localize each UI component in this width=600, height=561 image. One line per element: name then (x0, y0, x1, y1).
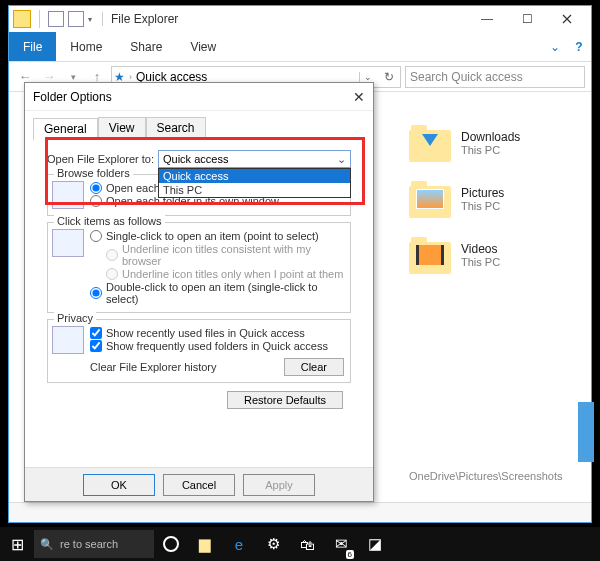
open-to-dropdown: Quick access This PC (158, 168, 351, 198)
start-button[interactable]: ⊞ (0, 535, 34, 554)
statusbar (9, 502, 591, 522)
check-frequent-folders[interactable]: Show frequently used folders in Quick ac… (90, 340, 344, 352)
browse-folders-icon (52, 181, 84, 209)
folder-options-dialog: Folder Options ✕ General View Search Ope… (24, 82, 374, 502)
pictures-thumb-icon (416, 189, 444, 209)
tab-share[interactable]: Share (116, 32, 176, 61)
dlg-tab-general[interactable]: General (33, 118, 98, 140)
videos-thumb-icon (416, 245, 444, 265)
click-legend: Click items as follows (54, 215, 165, 227)
dropdown-option[interactable]: Quick access (159, 169, 350, 183)
chevron-down-icon: ⌄ (337, 153, 346, 166)
ok-button[interactable]: OK (83, 474, 155, 496)
help-icon[interactable]: ? (567, 40, 591, 54)
apply-button: Apply (243, 474, 315, 496)
taskbar-search[interactable]: 🔍 re to search (34, 530, 154, 558)
open-to-combo[interactable]: Quick access ⌄ Quick access This PC (158, 150, 351, 168)
mail-icon[interactable]: ✉6 (324, 527, 358, 561)
refresh-icon[interactable]: ↻ (380, 70, 398, 84)
maximize-button[interactable]: ☐ (507, 6, 547, 32)
right-edge-arrow-icon (578, 402, 594, 462)
dialog-title: Folder Options (33, 90, 112, 104)
browse-legend: Browse folders (54, 167, 133, 179)
list-item[interactable]: DownloadsThis PC (409, 124, 581, 162)
taskbar: ⊞ 🔍 re to search ▆ e ⚙ 🛍 ✉6 ◪ (0, 527, 600, 561)
titlebar: ▾ File Explorer — ☐ (9, 6, 591, 32)
close-button[interactable] (547, 6, 587, 32)
tab-home[interactable]: Home (56, 32, 116, 61)
cancel-button[interactable]: Cancel (163, 474, 235, 496)
radio-underline-point: Underline icon titles only when I point … (106, 268, 344, 280)
clear-button[interactable]: Clear (284, 358, 344, 376)
open-to-label: Open File Explorer to: (47, 153, 154, 165)
check-recent-files[interactable]: Show recently used files in Quick access (90, 327, 344, 339)
search-input[interactable]: Search Quick access (405, 66, 585, 88)
path-label: OneDrive\Pictures\Screenshots (409, 470, 562, 482)
ribbon: File Home Share View ⌄ ? (9, 32, 591, 62)
radio-single-click[interactable]: Single-click to open an item (point to s… (90, 230, 344, 242)
dialog-close-icon[interactable]: ✕ (353, 89, 365, 105)
chevron-right-icon: › (129, 72, 132, 82)
store-icon[interactable]: 🛍 (290, 527, 324, 561)
qat-dropdown-icon[interactable]: ▾ (88, 15, 96, 24)
tab-view[interactable]: View (176, 32, 230, 61)
dlg-tab-search[interactable]: Search (146, 117, 206, 139)
edge-icon[interactable]: e (222, 527, 256, 561)
qat-properties-icon[interactable] (48, 11, 64, 27)
dropdown-option[interactable]: This PC (159, 183, 350, 197)
ribbon-expand-icon[interactable]: ⌄ (543, 40, 567, 54)
radio-underline-browser: Underline icon titles consistent with my… (106, 243, 344, 267)
privacy-icon (52, 326, 84, 354)
list-item[interactable]: VideosThis PC (409, 236, 581, 274)
app-icon[interactable]: ◪ (358, 527, 392, 561)
address-dropdown-icon[interactable]: ⌄ (359, 72, 376, 82)
dlg-tab-view[interactable]: View (98, 117, 146, 139)
qat-newfolder-icon[interactable] (68, 11, 84, 27)
tab-file[interactable]: File (9, 32, 56, 61)
task-view-icon[interactable] (154, 527, 188, 561)
window-title: File Explorer (102, 12, 178, 26)
search-icon: 🔍 (40, 538, 54, 551)
restore-defaults-button[interactable]: Restore Defaults (227, 391, 343, 409)
privacy-legend: Privacy (54, 312, 96, 324)
download-arrow-icon (422, 134, 438, 146)
clear-history-label: Clear File Explorer history (90, 361, 217, 373)
click-items-icon (52, 229, 84, 257)
search-placeholder: Search Quick access (410, 70, 523, 84)
minimize-button[interactable]: — (467, 6, 507, 32)
list-item[interactable]: PicturesThis PC (409, 180, 581, 218)
radio-double-click[interactable]: Double-click to open an item (single-cli… (90, 281, 344, 305)
folder-icon (13, 10, 31, 28)
explorer-taskbar-icon[interactable]: ▆ (188, 527, 222, 561)
settings-icon[interactable]: ⚙ (256, 527, 290, 561)
